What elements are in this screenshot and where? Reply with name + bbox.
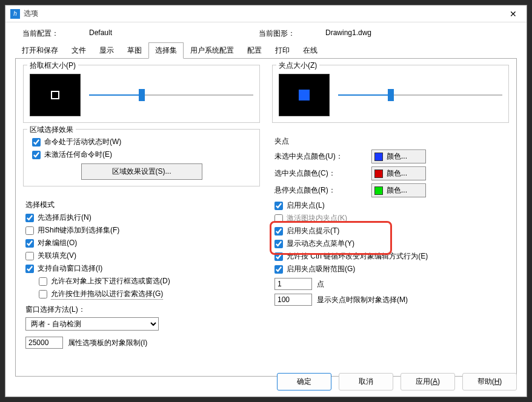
region-settings-button[interactable]: 区域效果设置(S)... bbox=[81, 163, 202, 180]
apply-button[interactable]: 应用(A) bbox=[401, 373, 455, 390]
hover-color-swatch bbox=[374, 186, 383, 195]
selmode-lasso-checkbox[interactable]: 允许按住并拖动以进行套索选择(G) bbox=[36, 289, 260, 300]
current-drawing-label: 当前图形： bbox=[259, 28, 325, 39]
unsel-color-label: 未选中夹点颜色(U)： bbox=[274, 151, 371, 162]
region-select-group: 区域选择效果 命令处于活动状态时(W) 未激活任何命令时(E) 区域效果设置(S… bbox=[23, 129, 260, 186]
selmode-group-checkbox[interactable]: 对象编组(O) bbox=[23, 238, 260, 248]
dialog-title: 选项 bbox=[24, 8, 505, 19]
gripsize-slider[interactable] bbox=[338, 88, 502, 102]
selmode-implied-checkbox[interactable]: 支持自动窗口选择(I) bbox=[23, 263, 260, 274]
tab-profile[interactable]: 配置 bbox=[241, 42, 268, 59]
left-column: 拾取框大小(P) 区域选择效果 命令处于活动状态时(W) bbox=[23, 65, 260, 370]
grip-square-icon bbox=[299, 90, 310, 100]
tab-draft[interactable]: 草图 bbox=[121, 42, 148, 59]
enable-grips-checkbox[interactable]: 启用夹点(L) bbox=[272, 200, 509, 211]
sel-color-label: 选中夹点颜色(C)： bbox=[274, 168, 371, 179]
region-title: 区域选择效果 bbox=[27, 125, 76, 135]
selmode-pressdrag-checkbox[interactable]: 允许在对象上按下进行框选或窗选(D) bbox=[36, 276, 260, 286]
options-dialog: h 选项 ✕ 当前配置： Default 当前图形： Drawing1.dwg … bbox=[5, 5, 527, 397]
gripsize-title: 夹点大小(Z) bbox=[276, 61, 319, 71]
current-drawing-value: Drawing1.dwg bbox=[325, 28, 495, 39]
hover-color-label: 悬停夹点颜色(R)： bbox=[274, 185, 371, 196]
prop-limit-label: 属性选项板的对象限制(I) bbox=[68, 338, 147, 348]
tab-online[interactable]: 在线 bbox=[296, 42, 324, 59]
pickbox-square-icon bbox=[51, 91, 59, 99]
selmode-shift-checkbox[interactable]: 用Shift键添加到选择集(F) bbox=[23, 225, 260, 236]
snap-range-checkbox[interactable]: 启用夹点吸附范围(G) bbox=[272, 264, 509, 274]
ok-button[interactable]: 确定 bbox=[277, 373, 331, 390]
ctrl-cycle-checkbox[interactable]: 允许按 Ctrl 键循环改变对象编辑方式行为(E) bbox=[272, 251, 509, 262]
help-button[interactable]: 帮助(H) bbox=[462, 373, 517, 390]
app-icon: h bbox=[10, 9, 20, 19]
tab-files[interactable]: 文件 bbox=[65, 42, 93, 59]
grip-tips-checkbox[interactable]: 启用夹点提示(T) bbox=[272, 226, 509, 236]
grips-group: 夹点 未选中夹点颜色(U)： 颜色... 选中夹点颜色(C)： 颜色... 悬停… bbox=[272, 129, 509, 315]
tab-selection[interactable]: 选择集 bbox=[148, 42, 184, 59]
grips-title: 夹点 bbox=[272, 136, 509, 147]
block-grips-checkbox[interactable]: 激活图块内夹点(K) bbox=[272, 213, 509, 223]
sel-color-button[interactable]: 颜色... bbox=[371, 166, 426, 180]
config-info-row: 当前配置： Default 当前图形： Drawing1.dwg bbox=[15, 28, 517, 39]
region-active-checkbox[interactable]: 命令处于活动状态时(W) bbox=[30, 137, 253, 147]
winsel-select[interactable]: 两者 - 自动检测 bbox=[25, 317, 159, 331]
unsel-color-swatch bbox=[374, 153, 383, 161]
hover-color-button[interactable]: 颜色... bbox=[371, 183, 426, 197]
pickbox-group: 拾取框大小(P) bbox=[23, 65, 260, 123]
current-config-label: 当前配置： bbox=[22, 28, 89, 39]
tab-strip: 打开和保存 文件 显示 草图 选择集 用户系统配置 配置 打印 在线 bbox=[15, 42, 517, 59]
cancel-button[interactable]: 取消 bbox=[339, 373, 393, 390]
region-inactive-checkbox[interactable]: 未激活任何命令时(E) bbox=[30, 150, 253, 160]
gripsize-preview bbox=[279, 74, 330, 116]
pickbox-title: 拾取框大小(P) bbox=[27, 61, 78, 71]
points-label: 点 bbox=[317, 279, 324, 289]
tab-print[interactable]: 打印 bbox=[268, 42, 296, 59]
dialog-button-bar: 确定 取消 应用(A) 帮助(H) bbox=[277, 373, 517, 390]
unsel-color-button[interactable]: 颜色... bbox=[371, 150, 426, 163]
selmode-title: 选择模式 bbox=[23, 200, 260, 210]
tab-open-save[interactable]: 打开和保存 bbox=[15, 42, 65, 59]
close-button[interactable]: ✕ bbox=[505, 5, 522, 22]
grip-limit-label: 显示夹点时限制对象选择(M) bbox=[317, 295, 408, 305]
pickbox-slider[interactable] bbox=[89, 88, 253, 102]
grip-limit-input[interactable] bbox=[274, 294, 312, 306]
selmode-hatch-checkbox[interactable]: 关联填充(V) bbox=[23, 251, 260, 261]
current-config-value: Default bbox=[89, 28, 259, 39]
right-column: 夹点大小(Z) 夹点 未选中夹点颜 bbox=[272, 65, 509, 370]
points-input[interactable] bbox=[274, 278, 312, 290]
selection-mode-group: 选择模式 先选择后执行(N) 用Shift键添加到选择集(F) 对象编组(O) … bbox=[23, 193, 260, 358]
dyn-menu-checkbox[interactable]: 显示动态夹点菜单(Y) bbox=[272, 239, 509, 249]
prop-limit-input[interactable] bbox=[25, 337, 63, 349]
pickbox-preview bbox=[30, 74, 81, 116]
winsel-label: 窗口选择方法(L)： bbox=[23, 305, 260, 315]
gripsize-group: 夹点大小(Z) bbox=[272, 65, 509, 123]
titlebar: h 选项 ✕ bbox=[5, 5, 527, 22]
tab-user-prefs[interactable]: 用户系统配置 bbox=[184, 42, 241, 59]
sel-color-swatch bbox=[374, 170, 383, 178]
tab-panel-selection: 拾取框大小(P) 区域选择效果 命令处于活动状态时(W) bbox=[15, 58, 517, 377]
dialog-content: 当前配置： Default 当前图形： Drawing1.dwg 打开和保存 文… bbox=[5, 22, 527, 383]
tab-display[interactable]: 显示 bbox=[93, 42, 121, 59]
selmode-preselect-checkbox[interactable]: 先选择后执行(N) bbox=[23, 213, 260, 223]
